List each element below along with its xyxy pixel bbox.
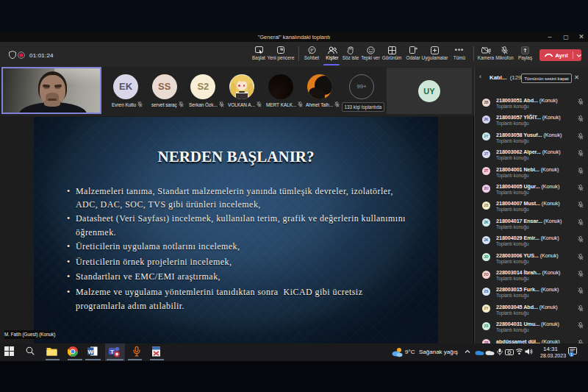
svg-text:1: 1 bbox=[570, 352, 573, 357]
svg-text:W: W bbox=[87, 349, 93, 355]
svg-text:T: T bbox=[110, 349, 114, 355]
